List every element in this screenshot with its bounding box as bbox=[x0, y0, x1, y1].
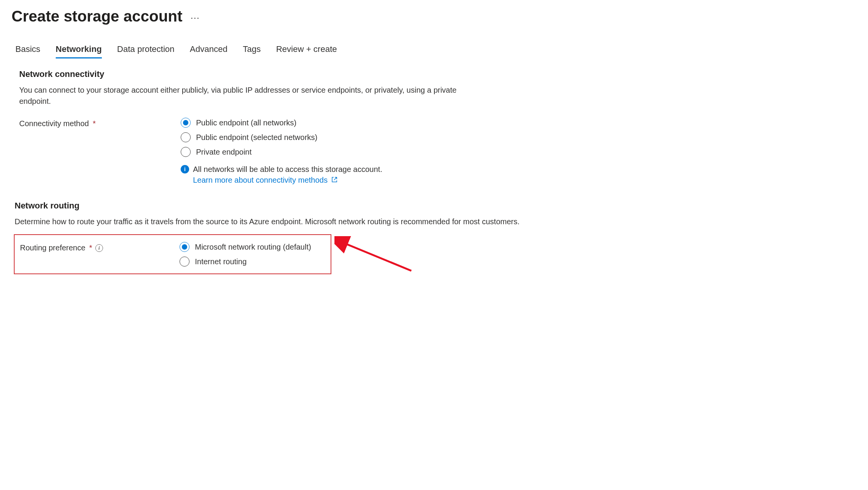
radio-indicator bbox=[181, 118, 191, 128]
label-routing-preference: Routing preference * i bbox=[20, 242, 172, 252]
options-connectivity: Public endpoint (all networks) Public en… bbox=[181, 118, 856, 185]
info-text: All networks will be able to access this… bbox=[193, 165, 382, 173]
tab-data-protection[interactable]: Data protection bbox=[117, 44, 175, 58]
radio-internet-routing[interactable]: Internet routing bbox=[180, 257, 325, 267]
tab-basics[interactable]: Basics bbox=[15, 44, 40, 58]
radio-label: Private endpoint bbox=[196, 148, 252, 157]
highlight-box-routing: Routing preference * i Microsoft network… bbox=[14, 234, 331, 274]
section-network-routing: Network routing Determine how to route y… bbox=[12, 201, 856, 274]
svg-line-1 bbox=[344, 243, 411, 271]
radio-label: Internet routing bbox=[195, 257, 247, 266]
info-tooltip-icon[interactable]: i bbox=[95, 244, 103, 252]
info-icon: i bbox=[181, 165, 189, 173]
more-actions-icon[interactable]: ⋯ bbox=[190, 13, 200, 23]
tab-advanced[interactable]: Advanced bbox=[190, 44, 228, 58]
radio-private[interactable]: Private endpoint bbox=[181, 147, 856, 157]
info-link-text: Learn more about connectivity methods bbox=[193, 176, 328, 184]
radio-indicator bbox=[180, 257, 190, 267]
label-connectivity-method: Connectivity method * bbox=[19, 118, 173, 128]
radio-microsoft-routing[interactable]: Microsoft network routing (default) bbox=[180, 242, 325, 252]
radio-public-selected[interactable]: Public endpoint (selected networks) bbox=[181, 132, 856, 142]
learn-more-link[interactable]: Learn more about connectivity methods bbox=[193, 176, 338, 184]
radio-label: Microsoft network routing (default) bbox=[195, 243, 311, 252]
page-header: Create storage account ⋯ bbox=[12, 8, 856, 25]
annotation-arrow bbox=[334, 236, 419, 278]
label-text-connectivity: Connectivity method bbox=[19, 119, 89, 128]
info-row-connectivity: i All networks will be able to access th… bbox=[181, 164, 856, 185]
section-desc-routing: Determine how to route your traffic as i… bbox=[12, 216, 856, 227]
required-marker: * bbox=[93, 119, 96, 128]
radio-indicator bbox=[180, 242, 190, 252]
radio-label: Public endpoint (all networks) bbox=[196, 118, 296, 127]
options-routing: Microsoft network routing (default) Inte… bbox=[180, 242, 325, 267]
radio-indicator bbox=[181, 132, 191, 142]
info-text-block: All networks will be able to access this… bbox=[193, 164, 382, 185]
tabs: Basics Networking Data protection Advanc… bbox=[12, 44, 856, 58]
radio-indicator bbox=[181, 147, 191, 157]
radio-public-all[interactable]: Public endpoint (all networks) bbox=[181, 118, 856, 128]
label-text-routing: Routing preference bbox=[20, 243, 85, 252]
external-link-icon bbox=[331, 175, 338, 185]
section-title-connectivity: Network connectivity bbox=[19, 69, 856, 79]
page-title: Create storage account bbox=[12, 8, 183, 25]
form-row-routing-preference: Routing preference * i Microsoft network… bbox=[20, 242, 325, 267]
tab-networking[interactable]: Networking bbox=[56, 44, 102, 58]
form-row-connectivity-method: Connectivity method * Public endpoint (a… bbox=[19, 118, 856, 185]
tab-review-create[interactable]: Review + create bbox=[276, 44, 337, 58]
required-marker: * bbox=[89, 243, 92, 252]
section-desc-connectivity: You can connect to your storage account … bbox=[19, 85, 465, 107]
radio-label: Public endpoint (selected networks) bbox=[196, 133, 318, 142]
section-network-connectivity: Network connectivity You can connect to … bbox=[12, 69, 856, 185]
tab-tags[interactable]: Tags bbox=[243, 44, 261, 58]
section-title-routing: Network routing bbox=[12, 201, 856, 211]
